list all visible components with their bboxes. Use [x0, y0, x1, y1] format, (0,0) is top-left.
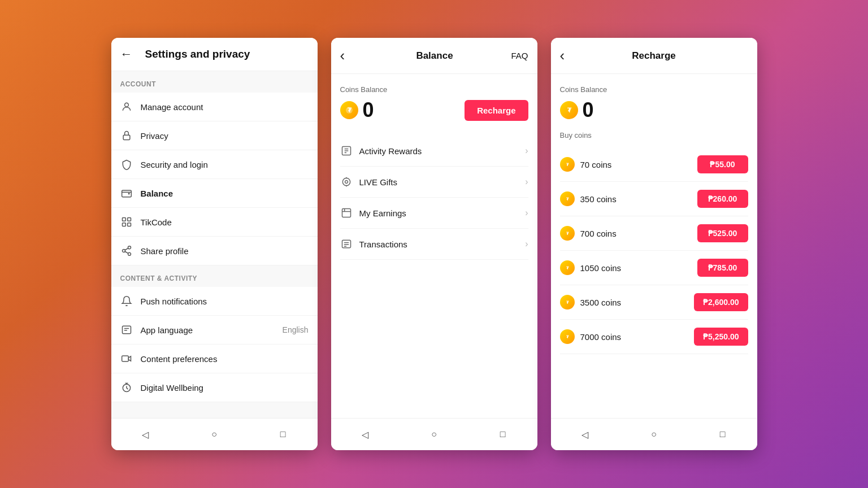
balance-back-button[interactable]: ‹ — [340, 47, 358, 64]
settings-item-balance[interactable]: Balance — [111, 179, 318, 208]
my-earnings-chevron: › — [525, 208, 528, 218]
push-notifications-label: Push notifications — [141, 297, 309, 306]
balance-title: Balance — [358, 50, 511, 62]
coin-option-3500[interactable]: ₮ 3500 coins ₱2,600.00 — [560, 285, 748, 320]
svg-text:₮: ₮ — [566, 163, 569, 167]
nav-back-button[interactable]: ◁ — [136, 425, 154, 443]
svg-text:₮: ₮ — [566, 300, 569, 304]
coin-price-70-button[interactable]: ₱55.00 — [697, 155, 748, 173]
settings-back-button[interactable]: ← — [120, 47, 138, 62]
coin-option-3500-left: ₮ 3500 coins — [560, 295, 622, 310]
coin-option-350-left: ₮ 350 coins — [560, 191, 617, 206]
app-language-value: English — [283, 325, 309, 334]
wallet-icon — [120, 187, 133, 199]
share-icon — [120, 245, 133, 257]
menu-item-live-gifts[interactable]: LIVE Gifts › — [340, 167, 528, 198]
coin-option-1050[interactable]: ₮ 1050 coins ₱785.00 — [560, 251, 748, 285]
balance-coins-amount-wrap: ₮ 0 — [340, 98, 374, 122]
coin-option-7000[interactable]: ₮ 7000 coins ₱5,250.00 — [560, 320, 748, 354]
coin-option-350[interactable]: ₮ 350 coins ₱260.00 — [560, 182, 748, 216]
coin-option-7000-name: 7000 coins — [580, 332, 622, 342]
coin-option-70-name: 70 coins — [580, 160, 612, 169]
account-section-label: ACCOUNT — [111, 71, 318, 93]
coin-option-700-name: 700 coins — [580, 229, 617, 238]
svg-rect-5 — [122, 223, 125, 226]
transactions-chevron: › — [525, 239, 528, 249]
transactions-label: Transactions — [359, 239, 407, 249]
svg-rect-4 — [127, 218, 131, 221]
coin-price-700-button[interactable]: ₱525.00 — [697, 224, 748, 242]
coin-options-list: ₮ 70 coins ₱55.00 ₮ 350 coins ₱260.00 — [560, 147, 748, 354]
recharge-bottom-nav: ◁ ○ □ — [551, 418, 757, 450]
recharge-back-button[interactable]: ‹ — [560, 47, 578, 64]
recharge-coins-row: ₮ 0 — [560, 98, 748, 122]
share-profile-label: Share profile — [141, 246, 309, 256]
settings-item-tikcode[interactable]: TikCode — [111, 208, 318, 237]
recharge-coins-label: Coins Balance — [560, 85, 748, 94]
security-login-label: Security and login — [141, 160, 309, 169]
balance-coins-number: 0 — [363, 98, 374, 122]
settings-item-security[interactable]: Security and login — [111, 150, 318, 179]
recharge-screen: ‹ Recharge Coins Balance ₮ 0 Buy coins ₮… — [551, 38, 757, 450]
language-icon — [120, 324, 133, 336]
balance-recharge-button[interactable]: Recharge — [465, 100, 528, 121]
nav-home-button[interactable]: ○ — [205, 425, 223, 443]
coin-price-3500-button[interactable]: ₱2,600.00 — [694, 293, 748, 311]
balance-label: Balance — [141, 189, 309, 198]
coin-icon-7000: ₮ — [560, 329, 575, 344]
svg-text:₮: ₮ — [347, 107, 351, 114]
coin-option-700-left: ₮ 700 coins — [560, 226, 617, 241]
video-icon — [120, 352, 133, 365]
bell-icon — [120, 295, 133, 307]
menu-item-transactions[interactable]: Transactions › — [340, 229, 528, 260]
svg-text:₮: ₮ — [566, 232, 569, 236]
svg-text:₮: ₮ — [566, 335, 569, 339]
nav-square-button[interactable]: □ — [274, 425, 292, 443]
svg-point-7 — [128, 246, 131, 249]
settings-item-manage-account[interactable]: Manage account — [111, 93, 318, 121]
menu-item-my-earnings[interactable]: My Earnings › — [340, 198, 528, 229]
tikcode-label: TikCode — [141, 217, 309, 227]
settings-body: ACCOUNT Manage account — [111, 71, 318, 418]
person-icon — [120, 101, 133, 113]
svg-rect-1 — [123, 135, 130, 140]
settings-item-privacy[interactable]: Privacy — [111, 121, 318, 150]
settings-item-share-profile[interactable]: Share profile — [111, 237, 318, 265]
coin-option-350-name: 350 coins — [580, 194, 617, 204]
transactions-left: Transactions — [340, 238, 407, 250]
settings-title: Settings and privacy — [145, 48, 309, 60]
svg-line-10 — [125, 251, 128, 253]
coin-option-1050-left: ₮ 1050 coins — [560, 260, 622, 275]
settings-item-digital-wellbeing[interactable]: Digital Wellbeing — [111, 373, 318, 402]
coin-price-350-button[interactable]: ₱260.00 — [697, 190, 748, 208]
settings-item-push-notifications[interactable]: Push notifications — [111, 287, 318, 316]
svg-rect-12 — [122, 326, 131, 333]
activity-icon — [340, 145, 353, 157]
recharge-nav-square-button[interactable]: □ — [714, 425, 732, 443]
coin-option-70-left: ₮ 70 coins — [560, 157, 612, 172]
live-gifts-left: LIVE Gifts — [340, 176, 398, 188]
coin-price-1050-button[interactable]: ₱785.00 — [697, 259, 748, 277]
settings-item-content-preferences[interactable]: Content preferences — [111, 345, 318, 373]
menu-item-activity-rewards[interactable]: Activity Rewards › — [340, 136, 528, 167]
balance-nav-back-button[interactable]: ◁ — [356, 425, 374, 443]
grid-icon — [120, 216, 133, 228]
recharge-nav-back-button[interactable]: ◁ — [576, 425, 594, 443]
coin-option-70[interactable]: ₮ 70 coins ₱55.00 — [560, 147, 748, 182]
coin-icon-70: ₮ — [560, 157, 575, 172]
svg-point-0 — [124, 103, 128, 107]
settings-header: ← Settings and privacy — [111, 38, 318, 71]
balance-nav-home-button[interactable]: ○ — [425, 425, 443, 443]
coin-price-7000-button[interactable]: ₱5,250.00 — [694, 328, 748, 346]
coin-option-7000-left: ₮ 7000 coins — [560, 329, 622, 344]
balance-faq-button[interactable]: FAQ — [511, 51, 528, 60]
lock-icon — [120, 129, 133, 142]
recharge-nav-home-button[interactable]: ○ — [645, 425, 663, 443]
coin-option-700[interactable]: ₮ 700 coins ₱525.00 — [560, 216, 748, 251]
live-gifts-label: LIVE Gifts — [359, 177, 398, 187]
svg-rect-6 — [127, 223, 131, 226]
transactions-icon — [340, 238, 353, 250]
balance-nav-square-button[interactable]: □ — [494, 425, 512, 443]
settings-item-app-language[interactable]: App language English — [111, 316, 318, 345]
balance-coin-icon: ₮ — [340, 101, 358, 119]
